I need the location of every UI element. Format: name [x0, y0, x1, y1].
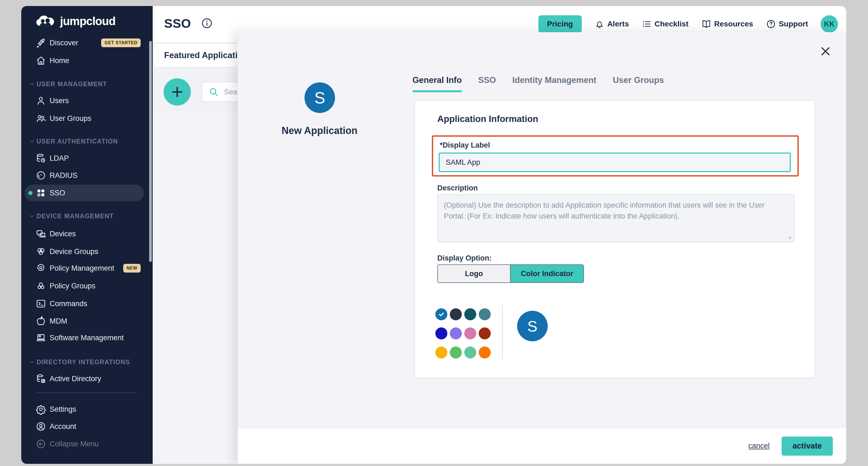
sidebar-item-ldap[interactable]: LDAP [21, 149, 153, 167]
resources-button[interactable]: Resources [701, 19, 753, 29]
sidebar-item-label: Devices [50, 230, 76, 238]
color-swatch[interactable] [479, 308, 491, 320]
new-application-modal: S New Application General Info SSO Ident… [238, 32, 846, 464]
new-badge: NEW [123, 264, 141, 272]
user-avatar[interactable]: KK [820, 15, 838, 33]
search-icon [208, 86, 219, 97]
color-swatch[interactable] [435, 327, 447, 340]
sidebar-item-commands[interactable]: Commands [21, 295, 153, 312]
sidebar-section-device-management[interactable]: DEVICE MANAGEMENT [21, 208, 153, 224]
sidebar-item-label: MDM [50, 317, 67, 325]
sidebar-item-radius[interactable]: RADIUS [21, 167, 153, 184]
sidebar-item-account[interactable]: Account [21, 418, 153, 435]
sidebar-item-discover[interactable]: Discover GET STARTED [21, 34, 153, 52]
modal-tabs: General Info SSO Identity Management Use… [412, 75, 664, 91]
sidebar-item-home[interactable]: Home [21, 52, 153, 69]
sidebar-item-label: Collapse Menu [50, 440, 99, 448]
sidebar-item-software-management[interactable]: Software Management [21, 329, 153, 347]
sidebar-scrollbar[interactable] [149, 41, 152, 262]
book-icon [701, 19, 712, 29]
sidebar-section-user-authentication[interactable]: USER AUTHENTICATION [21, 134, 153, 149]
desktop-background: jumpcloud Discover GET STARTED Home USER… [0, 0, 868, 466]
ldap-database-icon [35, 153, 46, 164]
sidebar-item-label: Policy Management [50, 264, 114, 272]
color-swatch[interactable] [464, 327, 476, 340]
devices-icon [35, 228, 46, 239]
cancel-button[interactable]: cancel [748, 442, 770, 450]
application-name: New Application [259, 125, 379, 137]
alerts-button[interactable]: Alerts [594, 19, 629, 29]
tab-user-groups[interactable]: User Groups [613, 75, 664, 91]
policy-management-icon [35, 263, 46, 274]
description-textarea[interactable] [437, 194, 795, 242]
checklist-button[interactable]: Checklist [642, 19, 689, 29]
pricing-button[interactable]: Pricing [538, 15, 582, 33]
sidebar-item-settings[interactable]: Settings [21, 401, 153, 418]
sidebar-item-policy-management[interactable]: Policy Management NEW [21, 259, 153, 277]
sidebar-section-directory-integrations[interactable]: DIRECTORY INTEGRATIONS [21, 354, 153, 370]
tab-general-info[interactable]: General Info [412, 75, 462, 91]
chevron-down-icon [28, 81, 35, 88]
color-swatch[interactable] [479, 327, 491, 340]
sidebar-item-device-groups[interactable]: Device Groups [21, 243, 153, 260]
plus-icon [169, 84, 185, 99]
color-swatch[interactable] [450, 347, 462, 358]
collapse-menu-icon [35, 438, 46, 449]
sidebar-item-user-groups[interactable]: User Groups [21, 110, 153, 127]
chevron-down-icon [28, 138, 35, 145]
sidebar-item-mdm[interactable]: MDM [21, 312, 153, 330]
display-option-toggle: Logo Color Indicator [437, 264, 584, 283]
color-swatch[interactable] [464, 308, 476, 320]
rocket-icon [35, 37, 46, 48]
mdm-apple-icon [35, 316, 46, 327]
sidebar-item-policy-groups[interactable]: Policy Groups [21, 277, 153, 295]
tab-sso[interactable]: SSO [478, 75, 496, 91]
color-swatch[interactable] [479, 347, 491, 358]
support-button[interactable]: Support [766, 19, 808, 29]
sidebar-item-label: Active Directory [50, 375, 101, 383]
sidebar-item-sso[interactable]: SSO [21, 184, 153, 202]
sidebar-item-label: Settings [50, 405, 76, 414]
account-icon [35, 421, 46, 432]
color-swatch[interactable] [450, 327, 462, 340]
activate-button[interactable]: activate [782, 437, 833, 456]
display-option-label: Display Option: [437, 254, 492, 262]
app-window: jumpcloud Discover GET STARTED Home USER… [21, 6, 846, 464]
sidebar-item-label: Account [50, 423, 76, 431]
user-icon [35, 95, 46, 106]
page-title: SSO [164, 16, 191, 31]
sidebar-item-active-directory[interactable]: Active Directory [21, 370, 153, 387]
sidebar-section-user-management[interactable]: USER MANAGEMENT [21, 77, 153, 92]
resize-handle-icon[interactable] [784, 232, 792, 240]
chevron-down-icon [28, 212, 35, 220]
color-indicator-preview: S [517, 311, 548, 341]
sidebar-item-label: LDAP [50, 154, 69, 163]
sidebar-item-devices[interactable]: Devices [21, 225, 153, 242]
home-icon [35, 55, 46, 66]
color-swatch[interactable] [435, 347, 447, 358]
color-swatch[interactable] [464, 347, 476, 358]
policy-groups-icon [35, 281, 46, 291]
close-icon[interactable] [819, 45, 832, 57]
logo-text: jumpcloud [60, 15, 115, 28]
sidebar-item-label: Users [50, 96, 69, 105]
jumpcloud-cloud-icon [35, 15, 57, 28]
sidebar-divider [37, 392, 137, 393]
info-icon[interactable] [200, 17, 213, 29]
color-swatch[interactable] [450, 308, 462, 320]
tab-identity-management[interactable]: Identity Management [512, 75, 596, 91]
color-swatch-selected[interactable] [435, 308, 447, 320]
display-label-input[interactable] [439, 152, 791, 172]
display-label-label: *Display Label [440, 141, 490, 149]
check-icon [438, 311, 445, 318]
sidebar-item-label: RADIUS [50, 171, 78, 180]
color-palette [435, 308, 491, 358]
color-indicator-option[interactable]: Color Indicator [510, 265, 583, 282]
add-application-button[interactable] [163, 78, 191, 106]
logo-option[interactable]: Logo [438, 265, 510, 282]
sidebar-item-collapse-menu[interactable]: Collapse Menu [21, 435, 153, 453]
sidebar-item-users[interactable]: Users [21, 92, 153, 109]
card-title: Application Information [437, 114, 538, 124]
sidebar-item-label: Home [50, 56, 69, 65]
jumpcloud-logo[interactable]: jumpcloud [35, 15, 115, 28]
